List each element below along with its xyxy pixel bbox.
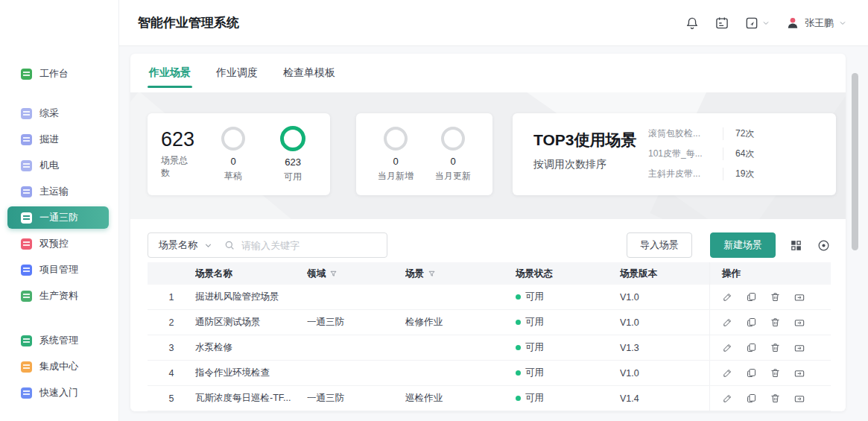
export-icon xyxy=(793,342,805,354)
notification-button[interactable] xyxy=(685,16,700,31)
delete-button[interactable] xyxy=(770,342,781,353)
status-dot xyxy=(516,294,521,300)
edit-icon xyxy=(722,342,733,353)
user-menu[interactable]: 张王鹏 xyxy=(785,16,847,31)
status-dot xyxy=(516,320,521,325)
ring-indicator xyxy=(221,127,245,151)
electromech-icon xyxy=(21,160,32,171)
edit-button[interactable] xyxy=(722,291,733,303)
scene-name-cell: 通防区测试场景 xyxy=(195,316,307,329)
import-scene-button[interactable]: 导入场景 xyxy=(627,232,692,258)
sidebar-item-tunneling[interactable]: 掘进 xyxy=(7,128,109,151)
tab-checklist-template[interactable]: 检查单模板 xyxy=(283,66,335,92)
sidebar-item-electromech[interactable]: 机电 xyxy=(7,154,109,177)
top3-list: 滚筒包胶检... 72次 101皮带_每... 64次 主斜井皮带... 19次 xyxy=(648,124,761,184)
delete-button[interactable] xyxy=(770,291,781,303)
status-dot xyxy=(516,396,521,401)
user-name: 张王鹏 xyxy=(805,16,834,30)
row-actions xyxy=(709,310,831,335)
search-field-select[interactable]: 场景名称 xyxy=(156,238,218,252)
scrollbar[interactable] xyxy=(852,73,858,250)
delete-icon xyxy=(770,393,781,404)
export-button[interactable] xyxy=(793,393,805,405)
row-actions xyxy=(709,335,831,360)
top3-item: 滚筒包胶检... 72次 xyxy=(648,124,761,144)
domain-cell: 一通三防 xyxy=(307,392,405,405)
copy-button[interactable] xyxy=(746,393,757,404)
col-actions: 操作 xyxy=(709,262,831,285)
scene-cell: 巡检作业 xyxy=(405,392,516,405)
card-view-toggle[interactable] xyxy=(789,238,803,253)
scene-table: 场景名称 领域 场景 场景状态 场景版本 操作 1 掘进机风险管控场景 xyxy=(148,262,831,411)
search-box: 场景名称 xyxy=(148,232,387,258)
col-name: 场景名称 xyxy=(195,268,307,280)
mining-icon xyxy=(21,108,32,119)
table-row[interactable]: 4 指令作业环境检查 可用 V1.0 xyxy=(148,361,831,386)
delete-button[interactable] xyxy=(770,393,781,404)
sidebar-item-system[interactable]: 系统管理 xyxy=(7,329,109,352)
sidebar-item-label: 工作台 xyxy=(39,67,69,80)
export-button[interactable] xyxy=(793,317,805,329)
table-row[interactable]: 2 通防区测试场景 一通三防 检修作业 可用 V1.0 xyxy=(148,310,831,335)
sidebar-item-mining[interactable]: 综采 xyxy=(7,102,109,124)
sidebar-item-materials[interactable]: 生产资料 xyxy=(7,285,109,307)
sidebar-item-project[interactable]: 项目管理 xyxy=(7,259,109,281)
monthly-stats-card: 0 当月新增 0 当月更新 xyxy=(356,113,492,195)
copy-button[interactable] xyxy=(746,342,757,353)
edit-button[interactable] xyxy=(722,342,733,353)
export-icon xyxy=(793,291,805,303)
copy-button[interactable] xyxy=(746,291,757,303)
export-button[interactable] xyxy=(793,342,805,354)
delete-button[interactable] xyxy=(770,317,781,328)
tab-work-scene[interactable]: 作业场景 xyxy=(149,66,191,92)
export-button[interactable] xyxy=(793,291,805,303)
ring-indicator-green xyxy=(280,126,305,151)
column-settings-button[interactable] xyxy=(817,238,831,253)
delete-button[interactable] xyxy=(770,367,781,379)
sidebar-item-transport[interactable]: 主运输 xyxy=(7,180,109,203)
create-scene-button[interactable]: 新建场景 xyxy=(710,232,776,258)
copy-button[interactable] xyxy=(746,317,757,328)
delete-icon xyxy=(770,317,781,328)
schedule-button[interactable] xyxy=(715,16,729,31)
row-index: 1 xyxy=(148,292,195,303)
bell-icon xyxy=(685,16,700,31)
copy-button[interactable] xyxy=(746,367,757,379)
top3-subtitle: 按调用次数排序 xyxy=(533,158,606,171)
domain-cell: 一通三防 xyxy=(307,316,405,329)
main-content: 作业场景 作业调度 检查单模板 623 场景总数 0 草稿 xyxy=(119,46,868,421)
total-value: 623 xyxy=(161,129,194,151)
scene-name-cell: 瓦斯浓度每日巡检-TF... xyxy=(195,392,307,405)
guide-menu-button[interactable] xyxy=(744,16,770,31)
scene-total: 623 场景总数 xyxy=(161,129,194,180)
scene-name-cell: 水泵检修 xyxy=(195,341,307,354)
sidebar-item-label: 系统管理 xyxy=(39,334,78,347)
sidebar-item-label: 掘进 xyxy=(39,133,59,146)
sidebar-item-label: 快速入门 xyxy=(39,386,78,399)
export-icon xyxy=(793,317,805,329)
sidebar-item-quickstart[interactable]: 快速入门 xyxy=(7,382,109,404)
row-index: 2 xyxy=(148,317,195,328)
sidebar-item-ventilation[interactable]: 一通三防 xyxy=(7,206,109,229)
scene-total-card: 623 场景总数 0 草稿 623 可用 xyxy=(148,113,330,195)
table-row[interactable]: 1 掘进机风险管控场景 可用 V1.0 xyxy=(148,285,831,310)
chevron-down-icon xyxy=(838,19,847,28)
table-row[interactable]: 5 瓦斯浓度每日巡检-TF... 一通三防 巡检作业 可用 V1.4 xyxy=(148,386,831,411)
status-cell: 可用 xyxy=(516,291,620,303)
edit-button[interactable] xyxy=(722,317,733,328)
edit-button[interactable] xyxy=(722,393,733,404)
tab-work-schedule[interactable]: 作业调度 xyxy=(216,66,258,92)
status-cell: 可用 xyxy=(516,367,620,379)
integration-icon xyxy=(21,361,32,373)
filter-icon[interactable] xyxy=(428,270,436,278)
search-input[interactable] xyxy=(241,240,379,251)
table-row[interactable]: 3 水泵检修 可用 V1.3 xyxy=(148,335,831,361)
sidebar-item-integration[interactable]: 集成中心 xyxy=(7,355,109,378)
sidebar-item-workbench[interactable]: 工作台 xyxy=(7,63,109,85)
filter-icon[interactable] xyxy=(329,270,338,278)
export-button[interactable] xyxy=(793,367,805,379)
edit-button[interactable] xyxy=(722,367,733,379)
edit-icon xyxy=(722,393,733,404)
avatar xyxy=(785,16,800,31)
sidebar-item-risk-control[interactable]: 双预控 xyxy=(7,232,109,255)
